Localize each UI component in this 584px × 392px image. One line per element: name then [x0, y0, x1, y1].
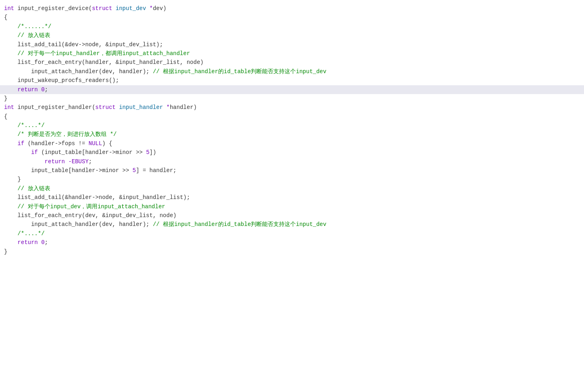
token-kw-type: struct — [95, 104, 116, 111]
token-plain: } — [4, 95, 7, 102]
code-line: // 对于每一个input_handler，都调用input_attach_ha… — [0, 49, 584, 58]
code-line: input_wakeup_procfs_readers(); — [0, 76, 584, 85]
code-container: int input_register_device(struct input_d… — [0, 0, 584, 392]
line-content: list_add_tail(&dev->node, &input_dev_lis… — [4, 40, 163, 49]
line-content: { — [4, 13, 7, 22]
code-line: // 对于每个input_dev，调用input_attach_handler — [0, 202, 584, 211]
token-plain: } — [18, 176, 21, 183]
token-kw-ctrl: return — [18, 239, 38, 246]
token-comment-green: /*....*/ — [18, 230, 45, 237]
line-content: // 对于每个input_dev，调用input_attach_handler — [4, 202, 165, 211]
line-content: } — [4, 94, 7, 103]
token-plain — [116, 104, 119, 111]
token-plain: input_register_device( — [14, 5, 92, 12]
token-plain: input_attach_handler(dev, handler); — [31, 221, 153, 228]
line-content: // 对于每一个input_handler，都调用input_attach_ha… — [4, 49, 190, 58]
line-content: // 放入链表 — [4, 31, 50, 40]
code-line: list_for_each_entry(dev, &input_dev_list… — [0, 211, 584, 220]
token-plain: input_attach_handler(dev, handler); — [31, 68, 153, 75]
code-line: /*....*/ — [0, 229, 584, 238]
token-plain — [65, 158, 68, 165]
token-plain: } — [4, 248, 7, 255]
token-ptr: * — [166, 104, 169, 111]
token-plain: ) { — [102, 140, 112, 147]
line-content: input_wakeup_procfs_readers(); — [4, 76, 119, 85]
code-line: /* 判断是否为空，则进行放入数组 */ — [0, 130, 584, 139]
code-line: if (input_table[handler->minor >> 5]) — [0, 148, 584, 157]
token-plain: { — [4, 113, 7, 120]
code-line: return 0; — [0, 85, 584, 94]
code-line: // 放入链表 — [0, 184, 584, 193]
code-line: } — [0, 94, 584, 103]
token-plain: list_for_each_entry(handler, &input_hand… — [18, 59, 204, 66]
token-plain: list_add_tail(&handler->node, &input_han… — [18, 194, 190, 201]
code-line: /*....*/ — [0, 121, 584, 130]
code-line: // 放入链表 — [0, 31, 584, 40]
token-kw-type: struct — [92, 5, 112, 12]
token-comment-green: // 根据input_handler的id_table判断能否支持这个input… — [153, 221, 326, 228]
code-line: return 0; — [0, 238, 584, 247]
code-line: { — [0, 112, 584, 121]
line-content: list_add_tail(&handler->node, &input_han… — [4, 193, 190, 202]
token-comment-green: // 对于每一个input_handler，都调用input_attach_ha… — [18, 50, 190, 57]
code-line: /*......*/ — [0, 22, 584, 31]
line-content: /*....*/ — [4, 121, 45, 130]
line-content: input_table[handler->minor >> 5] = handl… — [4, 166, 177, 175]
line-content: return 0; — [4, 238, 48, 247]
token-kw-type: int — [4, 5, 14, 12]
token-kw-type: int — [4, 104, 14, 111]
token-comment-green: /*......*/ — [18, 23, 52, 30]
line-content: list_for_each_entry(dev, &input_dev_list… — [4, 211, 176, 220]
token-param: input_handler — [119, 104, 163, 111]
code-line: list_add_tail(&handler->node, &input_han… — [0, 193, 584, 202]
token-plain: dev) — [153, 5, 167, 12]
line-content: if (handler->fops != NULL) { — [4, 139, 112, 148]
token-number: 0 — [41, 239, 44, 246]
line-content: } — [4, 247, 7, 256]
token-plain: &dev-> — [65, 41, 85, 48]
line-content: int input_register_handler(struct input_… — [4, 103, 197, 112]
code-line: input_attach_handler(dev, handler); // 根… — [0, 67, 584, 76]
token-macro: NULL — [89, 140, 102, 147]
token-plain: input_table[handler->minor >> — [31, 167, 132, 174]
code-line: } — [0, 247, 584, 256]
token-comment-green: // 放入链表 — [18, 32, 50, 39]
code-line: list_for_each_entry(handler, &input_hand… — [0, 58, 584, 67]
line-content: } — [4, 175, 21, 184]
line-content: /*......*/ — [4, 22, 52, 31]
token-plain: ; — [45, 239, 48, 246]
token-number: 5 — [132, 167, 136, 174]
line-content: { — [4, 112, 7, 121]
code-line: list_add_tail(&dev->node, &input_dev_lis… — [0, 40, 584, 49]
token-plain: (input_table[handler->minor >> — [38, 149, 146, 156]
token-number: 0 — [41, 86, 44, 93]
line-content: /* 判断是否为空，则进行放入数组 */ — [4, 130, 117, 139]
code-line: } — [0, 175, 584, 184]
token-plain: node, &input_dev_list); — [85, 41, 163, 48]
token-plain: handler) — [170, 104, 197, 111]
token-plain: list_for_each_entry(dev, &input_dev_list… — [18, 212, 177, 219]
token-plain: input_wakeup_procfs_readers(); — [18, 77, 119, 84]
token-kw-ctrl: return — [45, 158, 65, 165]
token-param: input_dev — [116, 5, 146, 12]
token-plain: ] = handler; — [136, 167, 177, 174]
token-plain: ; — [89, 158, 92, 165]
line-content: input_attach_handler(dev, handler); // 根… — [4, 220, 326, 229]
line-content: return 0; — [4, 85, 48, 94]
line-content: if (input_table[handler->minor >> 5]) — [4, 148, 156, 157]
token-kw-ctrl: if — [31, 149, 38, 156]
token-comment-green: /* 判断是否为空，则进行放入数组 */ — [18, 131, 117, 138]
token-plain: (handler->fops != — [24, 140, 89, 147]
token-comment-green: // 对于每个input_dev，调用input_attach_handler — [18, 203, 165, 210]
code-line: input_attach_handler(dev, handler); // 根… — [0, 220, 584, 229]
line-content: int input_register_device(struct input_d… — [4, 4, 166, 13]
token-comment-green: // 根据input_handler的id_table判断能否支持这个input… — [153, 68, 326, 75]
code-line: input_table[handler->minor >> 5] = handl… — [0, 166, 584, 175]
code-line: if (handler->fops != NULL) { — [0, 139, 584, 148]
token-plain: { — [4, 14, 7, 21]
token-plain: ]) — [149, 149, 156, 156]
line-content: return -EBUSY; — [4, 157, 92, 166]
token-comment-green: /*....*/ — [18, 122, 45, 129]
token-macro: -EBUSY — [68, 158, 89, 165]
code-line: int input_register_device(struct input_d… — [0, 4, 584, 13]
